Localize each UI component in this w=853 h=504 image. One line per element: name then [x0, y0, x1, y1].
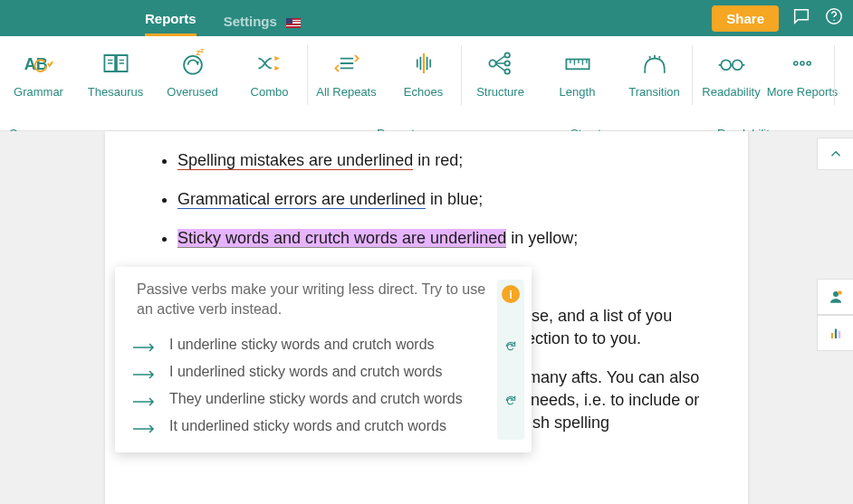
suggestion-option-2-text: I underlined sticky words and crutch wor…: [169, 364, 442, 380]
stats-icon[interactable]: [817, 315, 853, 351]
svg-point-13: [732, 60, 742, 70]
tool-thesaurus-label: Thesaurus: [88, 85, 143, 99]
tool-combo-label: Combo: [251, 85, 289, 99]
tool-allrepeats[interactable]: All Repeats: [308, 36, 385, 130]
chat-icon[interactable]: [791, 6, 811, 30]
tool-readability[interactable]: Readability: [693, 36, 770, 130]
structure-icon: [484, 45, 517, 81]
redo-icon-1[interactable]: [503, 339, 518, 357]
svg-point-7: [489, 60, 495, 66]
bullet-sticky-rest: in yellow;: [506, 229, 578, 247]
tool-thesaurus[interactable]: Thesaurus: [77, 36, 154, 130]
tool-combo[interactable]: Combo: [231, 36, 308, 130]
tool-echoes-label: Echoes: [404, 85, 443, 99]
tool-readability-label: Readability: [702, 85, 760, 99]
tool-more[interactable]: More Reports: [770, 36, 835, 130]
group-core: AB Grammar Thesaurus zz Overused Combo: [0, 36, 308, 130]
suggestion-tip: Passive verbs make your writing less dir…: [137, 280, 490, 319]
suggestion-option-3-text: They underline sticky words and crutch w…: [169, 391, 463, 407]
tab-reports[interactable]: Reports: [145, 2, 196, 36]
suggestion-side: i: [497, 280, 524, 440]
tool-grammar[interactable]: AB Grammar: [0, 36, 77, 130]
tool-transition-label: Transition: [628, 85, 680, 99]
share-button[interactable]: Share: [712, 5, 779, 32]
svg-point-14: [794, 62, 798, 65]
svg-point-15: [800, 62, 804, 65]
svg-point-9: [504, 61, 509, 65]
suggestion-option-3[interactable]: They underline sticky words and crutch w…: [128, 385, 490, 413]
flag-us-icon: [286, 18, 301, 28]
echoes-icon: [407, 45, 440, 81]
bullet-spelling: Spelling mistakes are underlined in red;: [177, 149, 712, 172]
bullet-sticky-highlight[interactable]: Sticky words and crutch words are underl…: [177, 229, 506, 248]
top-right: Share: [712, 5, 844, 32]
bullet-list: Spelling mistakes are underlined in red;…: [159, 149, 712, 251]
suggestion-panel: Passive verbs make your writing less dir…: [115, 267, 532, 452]
svg-point-17: [833, 291, 839, 297]
redo-icon-2[interactable]: [503, 394, 518, 412]
collapse-up-button[interactable]: [817, 138, 853, 170]
readability-icon: [715, 45, 748, 81]
svg-point-4: [196, 62, 199, 64]
length-icon: [561, 45, 594, 81]
group-readability: Readability More Reports: [693, 36, 835, 130]
tool-overused-label: Overused: [167, 85, 217, 99]
svg-rect-11: [566, 60, 589, 70]
tool-length[interactable]: Length: [539, 36, 616, 130]
bullet-spelling-rest: in red;: [413, 151, 463, 169]
tool-allrepeats-label: All Repeats: [316, 85, 376, 99]
info-icon[interactable]: i: [502, 285, 520, 303]
svg-rect-20: [834, 329, 836, 339]
svg-point-12: [721, 60, 731, 70]
tab-settings[interactable]: Settings: [224, 5, 301, 36]
overused-icon: zz: [177, 45, 209, 81]
tool-structure[interactable]: Structure: [462, 36, 539, 130]
help-icon[interactable]: [824, 6, 844, 30]
group-repeats: All Repeats Echoes: [308, 36, 462, 130]
group-structure: Structure Length Transition: [462, 36, 693, 130]
svg-rect-19: [830, 333, 832, 338]
tool-grammar-label: Grammar: [14, 85, 63, 99]
tool-length-label: Length: [560, 85, 596, 99]
combo-icon: [254, 45, 286, 81]
bullet-sticky: Sticky words and crutch words are underl…: [177, 227, 712, 250]
tool-transition[interactable]: Transition: [616, 36, 693, 130]
tool-echoes[interactable]: Echoes: [385, 36, 462, 130]
report-toolbar: AB Grammar Thesaurus zz Overused Combo: [0, 36, 853, 131]
suggestion-option-4[interactable]: It underlined sticky words and crutch wo…: [128, 413, 490, 440]
suggestion-option-1[interactable]: I underline sticky words and crutch word…: [128, 331, 490, 358]
bullet-grammar: Grammatical errors are underlined in blu…: [177, 188, 712, 211]
grammar-icon: AB: [23, 45, 55, 81]
bullet-grammar-underlined: Grammatical errors are underlined: [177, 190, 426, 209]
suggestion-main: Passive verbs make your writing less dir…: [128, 280, 497, 440]
top-tabs: Reports Settings: [145, 0, 301, 36]
transition-icon: [638, 45, 671, 81]
svg-point-18: [838, 290, 842, 295]
thesaurus-icon: [100, 45, 132, 81]
suggestion-option-4-text: It underlined sticky words and crutch wo…: [169, 418, 446, 434]
svg-point-10: [504, 69, 509, 73]
suggestion-option-1-text: I underline sticky words and crutch word…: [169, 337, 435, 353]
top-nav: Reports Settings Share: [0, 0, 853, 36]
svg-point-3: [184, 56, 202, 74]
svg-text:z: z: [200, 47, 204, 54]
more-icon: [786, 45, 819, 81]
allrepeats-icon: [331, 45, 363, 81]
svg-point-1: [833, 20, 834, 21]
tool-more-label: More Reports: [767, 85, 839, 99]
tool-structure-label: Structure: [476, 85, 524, 99]
tool-overused[interactable]: zz Overused: [154, 36, 231, 130]
user-icon[interactable]: [817, 279, 853, 315]
svg-rect-21: [839, 331, 840, 338]
bullet-spelling-underlined: Spelling mistakes are underlined: [177, 151, 413, 170]
svg-point-8: [504, 52, 509, 57]
right-float-bar: [817, 138, 853, 351]
svg-point-16: [807, 62, 810, 65]
bullet-grammar-rest: in blue;: [426, 190, 483, 208]
tab-settings-label: Settings: [224, 14, 277, 29]
suggestion-option-2[interactable]: I underlined sticky words and crutch wor…: [128, 358, 490, 385]
